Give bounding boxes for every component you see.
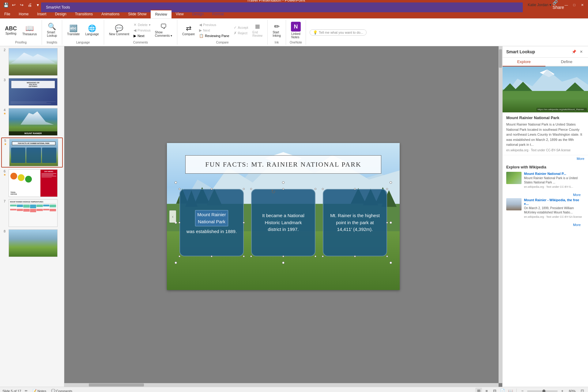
sl-article-title: Mount Rainier National Park: [506, 115, 584, 120]
reviewing-pane-button[interactable]: 📋 Reviewing Pane: [198, 33, 231, 38]
next-comment-button[interactable]: ▶ Next: [132, 33, 152, 38]
tab-design2[interactable]: Design: [188, 10, 208, 18]
end-review-button[interactable]: ⏹ EndReview: [250, 22, 265, 39]
ink-label: Ink: [275, 40, 279, 44]
tab-animations[interactable]: Animations: [97, 10, 124, 18]
notes-icon: 📝: [32, 389, 37, 392]
close-btn[interactable]: ✕: [579, 2, 586, 8]
onenote-label: OneNote: [290, 40, 302, 44]
next-change-button[interactable]: ▶ Next: [198, 28, 231, 33]
slide-sorter-btn[interactable]: ⊟: [491, 388, 498, 392]
fit-slide-btn[interactable]: ⊡: [579, 388, 586, 392]
accept-button[interactable]: ✓ Accept: [232, 25, 250, 30]
zoom-in-btn[interactable]: +: [559, 388, 566, 392]
slide-title-box[interactable]: FUN FACTS: MT. RAINIER NATIONAL PARK: [185, 155, 381, 174]
delete-comment-button[interactable]: ✕ Delete ▾: [132, 22, 152, 27]
new-comment-button[interactable]: 💬 New Comment: [107, 24, 132, 37]
slide-thumb-8[interactable]: 8: [1, 229, 63, 258]
slide-4-star: ★: [3, 112, 6, 115]
slide-thumb-7[interactable]: 7 MOUNT RAINIER AVERAGE TEMPERATURES: [1, 199, 63, 228]
print-btn[interactable]: 🖨: [26, 2, 33, 8]
maximize-btn[interactable]: □: [571, 2, 578, 8]
smartart-container[interactable]: Mount RainierNational Park was establish…: [176, 189, 390, 256]
c1-handle-ml[interactable]: [179, 222, 180, 224]
sl-more-link-2[interactable]: More: [573, 193, 581, 197]
tab-home[interactable]: Home: [14, 10, 33, 18]
language-button[interactable]: 🌐 Language: [83, 24, 101, 37]
canvas-scrollbar-h[interactable]: [64, 383, 499, 387]
tab-view[interactable]: View: [172, 10, 188, 18]
rotate-handle[interactable]: ↻: [271, 188, 276, 195]
save-btn[interactable]: 💾: [2, 2, 9, 8]
start-inking-label: StartInking: [273, 31, 281, 37]
outline-view-btn[interactable]: ≡: [483, 388, 490, 392]
previous-change-button[interactable]: ◀ Previous: [198, 22, 231, 27]
share-btn[interactable]: 🔗 Share: [555, 2, 562, 8]
smart-lookup-label: SmartLookup: [47, 31, 57, 37]
tab-slideshow[interactable]: Slide Show: [124, 10, 151, 18]
sl-explore-title: Explore with Wikipedia: [506, 165, 584, 169]
tell-me-input-box[interactable]: 💡 Tell me what you want to do...: [310, 29, 367, 36]
fact-card-1[interactable]: Mount RainierNational Park was establish…: [179, 189, 244, 256]
linked-notes-button[interactable]: N LinkedNotes: [288, 21, 303, 40]
comments-status-btn[interactable]: 💬 Comments: [50, 389, 74, 392]
sl-tab-define[interactable]: Define: [545, 58, 588, 66]
slide-prev-arrow[interactable]: ‹: [169, 210, 176, 223]
tab-insert[interactable]: Insert: [33, 10, 51, 18]
scroll-thumb-h[interactable]: [89, 383, 144, 386]
reading-view-btn[interactable]: 📖: [507, 388, 514, 392]
compare-button[interactable]: ⇄ Compare: [180, 24, 197, 37]
canvas-scrollbar-v[interactable]: [499, 46, 502, 383]
smart-lookup-button[interactable]: 🔍 SmartLookup: [44, 22, 59, 39]
compare-small-group: ◀ Previous ▶ Next 📋 Reviewing Pane: [198, 22, 231, 38]
fact-card-3[interactable]: Mt. Rainer is the highest point in the p…: [323, 189, 387, 256]
fact-card-2[interactable]: It became a National Historic Landmark d…: [251, 189, 315, 256]
smart-lookup-content[interactable]: https://en.wikipedia.org/wiki/Mount_Rain…: [503, 66, 588, 387]
sl-close-btn[interactable]: ✕: [578, 49, 584, 55]
slide-thumb-2[interactable]: 2: [1, 47, 63, 76]
start-inking-button[interactable]: ✏ StartInking: [270, 22, 283, 39]
c3-handle-mr[interactable]: [386, 222, 388, 224]
translate-button[interactable]: 🔤 Translate: [65, 24, 82, 37]
sl-more-link-1[interactable]: More: [577, 157, 584, 160]
sl-pin-btn[interactable]: 📌: [571, 49, 577, 55]
svg-rect-16: [503, 91, 588, 99]
ribbon-group-ink: ✏ StartInking Ink: [268, 20, 286, 45]
thesaurus-button[interactable]: 📖 Thesaurus: [20, 24, 39, 37]
slide-thumb-4[interactable]: 4 ★ MOUNT RAINIER: [1, 107, 63, 136]
tab-design[interactable]: Design: [51, 10, 70, 18]
zoom-thumb[interactable]: [542, 390, 545, 392]
c1-handle-mr[interactable]: [243, 222, 245, 224]
undo-btn[interactable]: ↩: [10, 2, 17, 8]
more-qa-btn[interactable]: ▾: [34, 2, 41, 8]
redo-btn[interactable]: ↪: [18, 2, 25, 8]
notes-page-btn[interactable]: 📄: [499, 388, 506, 392]
show-comments-button[interactable]: 🗨 ShowComments ▾: [153, 22, 175, 39]
zoom-out-btn[interactable]: −: [519, 388, 526, 392]
reject-button[interactable]: ✗ Reject: [232, 31, 250, 36]
zoom-slider[interactable]: [527, 390, 558, 392]
tab-review[interactable]: Review: [151, 10, 171, 18]
notes-edit-btn[interactable]: ✏: [24, 389, 29, 392]
slide-thumb-6[interactable]: 6 ★ TRAILVISTAS DAY HIKING: [1, 169, 63, 198]
slide-img-8: [9, 229, 58, 257]
tab-file[interactable]: File: [0, 10, 14, 18]
sl-more-link-3[interactable]: More: [573, 223, 581, 227]
notes-label-btn[interactable]: 📝 Notes: [31, 389, 47, 392]
spelling-button[interactable]: ABC Spelling: [2, 24, 19, 36]
minimize-btn[interactable]: —: [563, 2, 570, 8]
slide-thumb-5[interactable]: 5 ★ FUN FACTS: MT. RAINIER NATIONAL PARK: [1, 138, 63, 168]
sl-result-1[interactable]: Mount Rainier National P... Mount Rainie…: [506, 172, 584, 188]
compare-label: Compare: [216, 40, 228, 44]
scroll-thumb-v[interactable]: [499, 49, 502, 68]
normal-view-btn[interactable]: ⊞: [475, 388, 482, 392]
tab-format[interactable]: Format: [208, 10, 228, 18]
slide-thumb-3[interactable]: 3 WEEKEND ORHOLIDAYGETAWAY: [1, 77, 63, 106]
search-icon: 💡: [313, 30, 318, 35]
sl-tab-explore[interactable]: Explore: [503, 58, 545, 66]
sl-result-2[interactable]: Mount Rainier - Wikipedia, the free e...…: [506, 198, 584, 218]
tab-transitions[interactable]: Transitions: [71, 10, 97, 18]
slide-num-2: 2: [2, 48, 7, 52]
previous-comment-button[interactable]: ◀ Previous: [132, 28, 152, 33]
user-info[interactable]: Katie Jordan ▾: [525, 2, 554, 8]
